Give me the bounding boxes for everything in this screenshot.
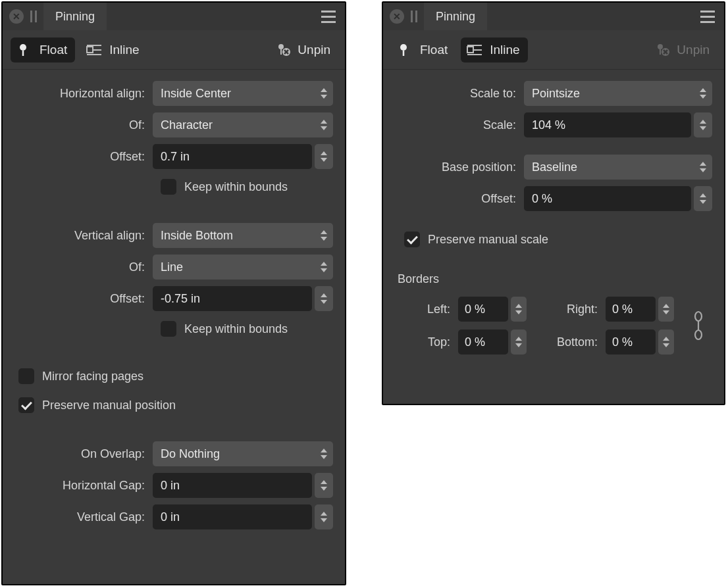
inline-icon: [86, 41, 103, 59]
border-bottom-label: Bottom:: [538, 335, 604, 349]
overlap-select[interactable]: Do Nothing: [153, 441, 333, 466]
border-bottom-stepper[interactable]: 0 %: [606, 330, 685, 355]
mode-float-label: Float: [420, 43, 448, 57]
mirror-label: Mirror facing pages: [42, 370, 143, 383]
select-arrows-icon: [315, 255, 333, 280]
dock-icon[interactable]: [30, 11, 37, 22]
unpin-icon: [276, 43, 292, 57]
vgap-stepper[interactable]: 0 in: [153, 504, 333, 529]
unpin-button[interactable]: Unpin: [270, 39, 337, 61]
halign-select[interactable]: Inside Center: [153, 81, 333, 106]
pinning-panel-float: ✕ Pinning Float Inline: [1, 1, 346, 585]
unpin-label: Unpin: [677, 43, 710, 57]
stepper-buttons[interactable]: [315, 504, 333, 529]
vgap-input[interactable]: 0 in: [153, 504, 312, 529]
hoffset-input[interactable]: 0.7 in: [153, 144, 312, 169]
svg-point-0: [20, 44, 26, 51]
svg-rect-16: [467, 47, 473, 53]
menu-icon[interactable]: [691, 3, 724, 30]
borders-group: Left: 0 % Right: 0 % Top: 0 % Bottom: 0: [395, 297, 712, 355]
vof-select[interactable]: Line: [153, 255, 333, 280]
select-arrows-icon: [694, 155, 712, 180]
stepper-buttons[interactable]: [315, 286, 333, 311]
stepper-buttons[interactable]: [658, 330, 674, 355]
hoffset-stepper[interactable]: 0.7 in: [153, 144, 333, 169]
inline-icon: [466, 41, 483, 59]
pin-icon: [16, 41, 33, 59]
hkeep-checkbox[interactable]: [161, 179, 176, 195]
basepos-select[interactable]: Baseline: [524, 155, 712, 180]
border-right-stepper[interactable]: 0 %: [606, 297, 685, 322]
link-borders-icon[interactable]: [690, 309, 707, 342]
hgap-label: Horizontal Gap:: [14, 479, 153, 493]
mirror-checkbox[interactable]: [18, 368, 34, 384]
preservescale-checkbox[interactable]: [404, 232, 420, 247]
border-top-stepper[interactable]: 0 %: [458, 330, 537, 355]
borders-title: Borders: [395, 267, 712, 291]
valign-select[interactable]: Inside Bottom: [153, 223, 333, 248]
stepper-buttons[interactable]: [315, 473, 333, 498]
scale-input[interactable]: 104 %: [524, 112, 691, 137]
roffset-input[interactable]: 0 %: [524, 186, 691, 211]
svg-point-11: [400, 44, 407, 51]
voffset-stepper[interactable]: -0.75 in: [153, 286, 333, 311]
hgap-stepper[interactable]: 0 in: [153, 473, 333, 498]
window-controls: ✕: [3, 3, 43, 30]
voffset-label: Offset:: [14, 292, 153, 306]
select-arrows-icon: [315, 81, 333, 106]
hof-select[interactable]: Character: [153, 112, 333, 137]
stepper-buttons[interactable]: [511, 297, 527, 322]
stepper-buttons[interactable]: [658, 297, 674, 322]
hkeep-label: Keep within bounds: [184, 180, 288, 194]
scale-stepper[interactable]: 104 %: [524, 112, 712, 137]
mode-inline-label: Inline: [109, 43, 139, 57]
scaleto-select[interactable]: Pointsize: [524, 81, 712, 106]
mode-inline-button[interactable]: Inline: [80, 37, 147, 62]
valign-label: Vertical align:: [14, 229, 153, 243]
select-arrows-icon: [694, 81, 712, 106]
preservepos-label: Preserve manual position: [42, 399, 176, 412]
select-arrows-icon: [315, 441, 333, 466]
border-right-label: Right:: [538, 303, 604, 316]
border-top-label: Top:: [398, 335, 457, 349]
hgap-input[interactable]: 0 in: [153, 473, 312, 498]
vgap-label: Vertical Gap:: [14, 510, 153, 524]
pinning-panel-inline: ✕ Pinning Float Inline: [382, 1, 725, 405]
dock-icon[interactable]: [411, 11, 417, 22]
select-arrows-icon: [315, 223, 333, 248]
mode-row: Float Inline Unpin: [383, 30, 724, 70]
unpin-icon: [656, 43, 671, 57]
vkeep-label: Keep within bounds: [184, 322, 288, 336]
scale-label: Scale:: [395, 118, 524, 132]
vkeep-checkbox[interactable]: [161, 321, 176, 337]
stepper-buttons[interactable]: [315, 144, 333, 169]
vof-label: Of:: [14, 260, 153, 274]
close-icon[interactable]: ✕: [390, 9, 404, 24]
overlap-label: On Overlap:: [14, 447, 153, 461]
svg-point-17: [658, 44, 663, 49]
unpin-button: Unpin: [649, 39, 716, 61]
hof-label: Of:: [14, 118, 153, 132]
border-left-label: Left:: [398, 303, 457, 316]
panel-body: Scale to: Pointsize Scale: 104 % Base po…: [383, 70, 724, 361]
stepper-buttons[interactable]: [694, 112, 712, 137]
tab-pinning[interactable]: Pinning: [43, 3, 107, 30]
preservepos-checkbox[interactable]: [18, 397, 34, 413]
unpin-label: Unpin: [298, 43, 330, 57]
stepper-buttons[interactable]: [511, 330, 527, 355]
close-icon[interactable]: ✕: [9, 9, 24, 24]
voffset-input[interactable]: -0.75 in: [153, 286, 312, 311]
mode-float-label: Float: [39, 43, 67, 57]
mode-float-button[interactable]: Float: [391, 37, 455, 62]
mode-float-button[interactable]: Float: [11, 37, 75, 62]
mode-inline-label: Inline: [490, 43, 519, 57]
border-left-stepper[interactable]: 0 %: [458, 297, 537, 322]
mode-inline-button[interactable]: Inline: [461, 37, 527, 62]
menu-icon[interactable]: [312, 3, 345, 30]
titlebar: ✕ Pinning: [3, 3, 345, 30]
tab-pinning[interactable]: Pinning: [424, 3, 487, 30]
roffset-label: Offset:: [395, 192, 524, 206]
roffset-stepper[interactable]: 0 %: [524, 186, 712, 211]
basepos-label: Base position:: [395, 160, 524, 174]
stepper-buttons[interactable]: [694, 186, 712, 211]
